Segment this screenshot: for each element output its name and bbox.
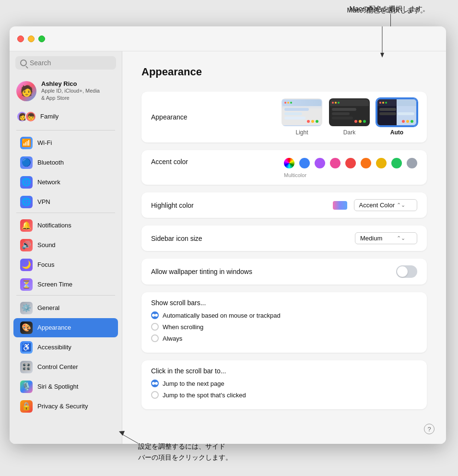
accent-color-label: Accent color <box>151 158 284 166</box>
sidebar-icon-size-section: Sidebar icon size Medium ⌃⌄ <box>141 226 427 251</box>
sidebar-icon-size-select[interactable]: Medium ⌃⌄ <box>355 232 417 244</box>
sidebar-icon-size-control: Medium ⌃⌄ <box>355 232 417 244</box>
avatar: 🧑 <box>16 81 36 101</box>
scroll-auto-label: Automatically based on mouse or trackpad <box>163 312 281 319</box>
appearance-option-auto[interactable]: Auto <box>376 98 417 136</box>
scroll-nextpage-radio[interactable] <box>151 380 159 387</box>
scroll-spot-radio[interactable] <box>151 391 159 399</box>
sidebar-item-label: Bluetooth <box>37 159 64 166</box>
screentime-icon: ⏳ <box>20 278 33 291</box>
appearance-option-dark[interactable]: Dark <box>329 98 370 136</box>
sidebar-item-label: Siri & Spotlight <box>37 383 78 390</box>
accent-pink[interactable] <box>330 158 341 168</box>
sidebar-item-screentime[interactable]: ⏳ Screen Time <box>13 275 118 294</box>
accent-color-row: Accent color <box>141 150 427 185</box>
highlight-color-control: Accent Color ⌃⌄ <box>333 199 417 211</box>
minimize-button[interactable] <box>28 36 35 42</box>
scroll-bars-group: Show scroll bars... Automatically based … <box>141 292 427 353</box>
sidebar-item-label: Privacy & Security <box>37 403 88 410</box>
scroll-spot-option[interactable]: Jump to the spot that's clicked <box>151 391 417 399</box>
accent-red[interactable] <box>345 158 356 168</box>
toggle-knob <box>397 266 408 277</box>
sidebar-item-focus[interactable]: 🌙 Focus <box>13 255 118 274</box>
tooltip-arrow-top <box>377 26 387 58</box>
highlight-color-select[interactable]: Accent Color ⌃⌄ <box>354 199 417 211</box>
color-row <box>284 158 417 168</box>
main-window: 🧑 Ashley Rico Apple ID, iCloud+, Media& … <box>10 26 446 444</box>
close-button[interactable] <box>17 36 24 42</box>
scroll-auto-option[interactable]: Automatically based on mouse or trackpad <box>151 311 417 319</box>
content-inner: Appearance Appearance <box>122 51 446 431</box>
network-icon: 🌐 <box>20 176 33 189</box>
wallpaper-toggle[interactable] <box>396 265 417 278</box>
wallpaper-control <box>396 265 417 278</box>
family-label: Family <box>40 113 59 120</box>
search-input[interactable] <box>30 59 111 67</box>
sidebar-item-siri[interactable]: 🎙️ Siri & Spotlight <box>13 377 118 396</box>
scroll-auto-radio[interactable] <box>151 311 159 319</box>
chevron-updown-icon: ⌃⌄ <box>397 202 405 208</box>
scroll-click-group: Click in the scroll bar to... Jump to th… <box>141 360 427 409</box>
bluetooth-icon: 🔵 <box>20 156 33 169</box>
scroll-nextpage-option[interactable]: Jump to the next page <box>151 380 417 387</box>
focus-icon: 🌙 <box>20 259 33 271</box>
help-button[interactable]: ? <box>424 424 435 434</box>
sidebar-divider-3 <box>16 295 115 296</box>
sidebar-item-accessibility[interactable]: ♿ Accessibility <box>13 338 118 357</box>
sidebar-item-vpn[interactable]: 🌐 VPN <box>13 192 118 212</box>
appearance-section: Appearance <box>141 92 427 143</box>
sidebar-item-label: Control Center <box>37 363 78 370</box>
maximize-button[interactable] <box>38 36 45 42</box>
privacy-icon: 🔒 <box>20 400 33 413</box>
search-bar[interactable] <box>15 56 116 70</box>
sidebar-item-notifications[interactable]: 🔔 Notifications <box>13 216 118 235</box>
user-profile[interactable]: 🧑 Ashley Rico Apple ID, iCloud+, Media& … <box>10 76 122 108</box>
sidebar-divider <box>16 130 115 131</box>
scroll-scrolling-label: When scrolling <box>163 323 203 331</box>
sidebar-item-bluetooth[interactable]: 🔵 Bluetooth <box>13 153 118 172</box>
accent-gray[interactable] <box>407 158 417 168</box>
scroll-always-radio[interactable] <box>151 334 159 342</box>
search-icon <box>20 60 27 66</box>
accent-yellow[interactable] <box>376 158 387 168</box>
scroll-scrolling-option[interactable]: When scrolling <box>151 323 417 331</box>
sound-icon: 🔊 <box>20 239 33 251</box>
scroll-always-option[interactable]: Always <box>151 334 417 342</box>
sidebar-item-label: Accessibility <box>37 344 71 351</box>
family-avatars: 👩 👦 <box>16 111 36 122</box>
sidebar-item-label: Focus <box>37 261 54 268</box>
sidebar-item-sound[interactable]: 🔊 Sound <box>13 236 118 255</box>
sidebar-icon-size-label: Sidebar icon size <box>151 235 355 242</box>
sidebar-item-wifi[interactable]: 📶 Wi-Fi <box>13 133 118 153</box>
scroll-bars-title: Show scroll bars... <box>151 299 417 307</box>
accent-blue[interactable] <box>299 158 310 168</box>
family-row[interactable]: 👩 👦 Family <box>10 108 122 129</box>
sidebar-item-appearance[interactable]: 🎨 Appearance <box>13 318 118 337</box>
sidebar-item-network[interactable]: 🌐 Network <box>13 173 118 192</box>
sidebar-icon-size-row: Sidebar icon size Medium ⌃⌄ <box>141 226 427 251</box>
accent-multicolor[interactable] <box>284 158 294 168</box>
appearance-thumb-auto <box>376 98 417 126</box>
sidebar-item-label: General <box>37 304 59 311</box>
accent-colors: Multicolor <box>284 158 417 178</box>
appearance-name-auto: Auto <box>390 129 403 136</box>
siri-icon: 🎙️ <box>20 381 33 393</box>
accent-purple[interactable] <box>315 158 325 168</box>
sidebar-item-privacy[interactable]: 🔒 Privacy & Security <box>13 397 118 416</box>
sidebar-item-general[interactable]: ⚙️ General <box>13 298 118 318</box>
scroll-scrolling-radio[interactable] <box>151 323 159 331</box>
wifi-icon: 📶 <box>20 137 33 149</box>
sidebar-divider-2 <box>16 213 115 213</box>
highlight-color-label: Highlight color <box>151 202 333 209</box>
user-subtitle: Apple ID, iCloud+, Media& App Store <box>41 87 100 102</box>
general-icon: ⚙️ <box>20 302 33 314</box>
scroll-spot-label: Jump to the spot that's clicked <box>163 392 246 399</box>
sidebar-item-controlcenter[interactable]: 🎛️ Control Center <box>13 357 118 377</box>
notifications-icon: 🔔 <box>20 219 33 232</box>
accent-color-control: Multicolor <box>284 158 417 178</box>
user-name: Ashley Rico <box>41 80 100 87</box>
accent-green[interactable] <box>391 158 402 168</box>
accent-orange[interactable] <box>361 158 371 168</box>
scroll-nextpage-label: Jump to the next page <box>163 380 224 387</box>
appearance-option-light[interactable]: Light <box>282 98 322 136</box>
